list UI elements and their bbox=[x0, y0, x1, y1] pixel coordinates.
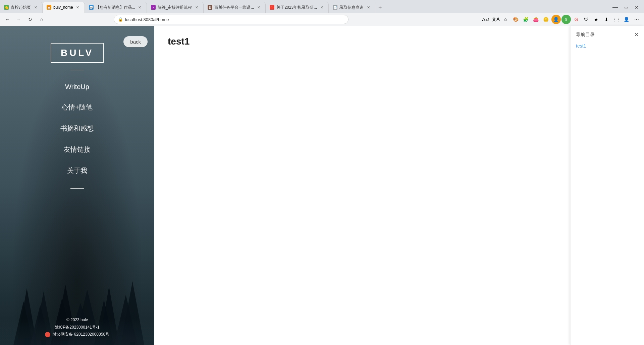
logo-box: BULV bbox=[51, 43, 104, 63]
tab-5-close[interactable]: ✕ bbox=[256, 5, 261, 10]
tab-1-favicon: 🍋 bbox=[4, 5, 9, 10]
tab-2-close[interactable]: ✕ bbox=[75, 5, 80, 10]
toc-panel: 导航目录 ✕ test1 bbox=[570, 26, 644, 345]
address-bar[interactable]: 🔒 localhost:8080/#/home bbox=[114, 15, 348, 24]
toc-header: 导航目录 ✕ bbox=[576, 31, 639, 38]
home-button[interactable]: ⌂ bbox=[37, 15, 46, 24]
favorites-icon[interactable]: ★ bbox=[592, 15, 601, 24]
lock-icon: 🔒 bbox=[118, 17, 123, 22]
extensions-icon[interactable]: 🧩 bbox=[521, 15, 531, 24]
wallet-icon[interactable]: 👛 bbox=[531, 15, 541, 24]
toolbar-icons: A⇄ 文A ☆ 🎨 🧩 👛 🪙 👤 G G 🛡 ★ ⬇ ⋮⋮ 👤 ⋯ bbox=[481, 15, 641, 24]
tab-1-label: 青柠起始页 bbox=[11, 5, 31, 10]
sidebar: back BULV WriteUp 心情+随笔 书摘和感想 友情链接 关于我 bbox=[0, 26, 154, 345]
reload-button[interactable]: ↻ bbox=[25, 15, 35, 24]
language-icon[interactable]: 文A bbox=[491, 15, 500, 24]
restore-button[interactable]: ▭ bbox=[621, 3, 631, 12]
tab-bar: 🍋 青柠起始页 ✕ 🏠 bulv_home ✕ 💬 【您有新消息】作品... ✕… bbox=[0, 0, 644, 13]
coins-icon[interactable]: 🪙 bbox=[541, 15, 551, 24]
shield-icon[interactable]: 🛡 bbox=[582, 15, 591, 24]
forward-nav-button[interactable]: → bbox=[14, 15, 23, 24]
nav-writeup[interactable]: WriteUp bbox=[0, 77, 154, 97]
tab-3[interactable]: 💬 【您有新消息】作品... ✕ bbox=[85, 2, 147, 13]
tab-1[interactable]: 🍋 青柠起始页 ✕ bbox=[0, 2, 43, 13]
tab-6-label: 关于2023年拟录取研... bbox=[276, 5, 317, 10]
tab-3-label: 【您有新消息】作品... bbox=[96, 5, 135, 10]
icp-text: 陇ICP备2023000141号-1 bbox=[45, 324, 109, 331]
tab-4[interactable]: ✓ 解答_审核注册流程 ✕ bbox=[147, 2, 204, 13]
minimize-button[interactable]: — bbox=[610, 3, 620, 12]
security-label: 甘公网安备 62012302000358号 bbox=[53, 332, 109, 337]
bookmark-icon[interactable]: ☆ bbox=[501, 15, 511, 24]
bottom-divider bbox=[70, 188, 84, 189]
security-icon bbox=[45, 332, 50, 337]
download-icon[interactable]: ⬇ bbox=[602, 15, 611, 24]
tab-4-favicon: ✓ bbox=[151, 5, 156, 10]
profile-icon[interactable]: 👤 bbox=[622, 15, 631, 24]
grammarly-icon[interactable]: G bbox=[572, 15, 581, 24]
nav-links[interactable]: 友情链接 bbox=[0, 139, 154, 160]
tab-5-favicon: B bbox=[208, 5, 212, 10]
user-icon[interactable]: 👤 bbox=[551, 15, 561, 24]
toc-title: 导航目录 bbox=[576, 32, 595, 38]
tab-2-favicon: 🏠 bbox=[47, 5, 51, 10]
green-circle-icon[interactable]: G bbox=[561, 15, 571, 24]
nav-about[interactable]: 关于我 bbox=[0, 160, 154, 181]
tab-6-favicon: 🔴 bbox=[270, 5, 274, 10]
top-divider bbox=[70, 70, 84, 70]
tab-7[interactable]: 📄 录取信息查询 ✕ bbox=[329, 2, 375, 13]
tab-5[interactable]: B 百川任务平台一靠谱... ✕ bbox=[204, 2, 266, 13]
back-nav-button[interactable]: ← bbox=[3, 15, 12, 24]
apps-icon[interactable]: ⋮⋮ bbox=[612, 15, 621, 24]
nav-books[interactable]: 书摘和感想 bbox=[0, 118, 154, 139]
more-button[interactable]: ⋯ bbox=[632, 15, 641, 24]
article-title: test1 bbox=[168, 36, 631, 47]
close-window-button[interactable]: ✕ bbox=[632, 3, 641, 12]
translate-icon[interactable]: A⇄ bbox=[481, 15, 490, 24]
tab-7-close[interactable]: ✕ bbox=[366, 5, 371, 10]
address-bar-row: ← → ↻ ⌂ 🔒 localhost:8080/#/home A⇄ 文A ☆ … bbox=[0, 13, 644, 26]
tab-3-close[interactable]: ✕ bbox=[137, 5, 143, 10]
back-button[interactable]: back bbox=[123, 36, 148, 47]
toc-close-button[interactable]: ✕ bbox=[634, 31, 639, 38]
tab-7-label: 录取信息查询 bbox=[339, 5, 364, 10]
address-text: localhost:8080/#/home bbox=[125, 17, 169, 22]
security-text: 甘公网安备 62012302000358号 bbox=[45, 331, 109, 338]
toc-item-test1[interactable]: test1 bbox=[576, 43, 639, 49]
tab-2[interactable]: 🏠 bulv_home ✕ bbox=[43, 2, 85, 13]
logo-text: BULV bbox=[61, 48, 94, 58]
tab-4-close[interactable]: ✕ bbox=[194, 5, 199, 10]
tab-5-label: 百川任务平台一靠谱... bbox=[214, 5, 254, 10]
collections-icon[interactable]: 🎨 bbox=[511, 15, 521, 24]
new-tab-button[interactable]: + bbox=[375, 3, 385, 12]
sidebar-footer: © 2023 bulv 陇ICP备2023000141号-1 甘公网安备 620… bbox=[45, 317, 109, 345]
tab-6-close[interactable]: ✕ bbox=[319, 5, 324, 10]
tab-1-close[interactable]: ✕ bbox=[33, 5, 38, 10]
tab-7-favicon: 📄 bbox=[333, 5, 337, 10]
tab-4-label: 解答_审核注册流程 bbox=[158, 5, 192, 10]
nav-menu: WriteUp 心情+随笔 书摘和感想 友情链接 关于我 bbox=[0, 77, 154, 181]
nav-mood[interactable]: 心情+随笔 bbox=[0, 97, 154, 118]
tab-6[interactable]: 🔴 关于2023年拟录取研... ✕ bbox=[266, 2, 329, 13]
tab-3-favicon: 💬 bbox=[89, 5, 94, 10]
sidebar-content: back BULV WriteUp 心情+随笔 书摘和感想 友情链接 关于我 bbox=[0, 26, 154, 317]
tab-2-label: bulv_home bbox=[53, 5, 73, 10]
page-content: back BULV WriteUp 心情+随笔 书摘和感想 友情链接 关于我 bbox=[0, 26, 644, 345]
copyright-text: © 2023 bulv bbox=[45, 317, 109, 324]
window-controls: — ▭ ✕ bbox=[610, 3, 644, 12]
